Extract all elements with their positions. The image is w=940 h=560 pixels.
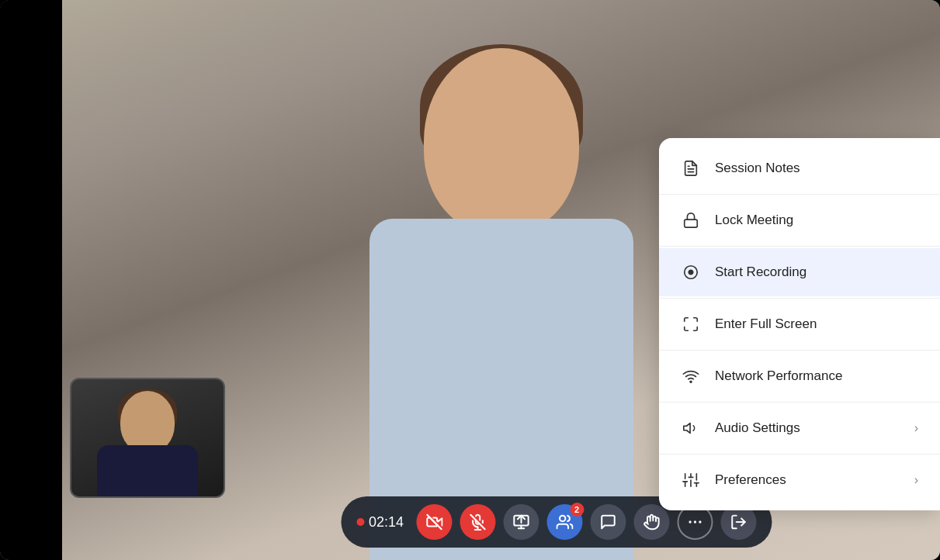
divider-5 (659, 402, 940, 403)
fullscreen-icon (681, 314, 701, 334)
participants-button[interactable]: 2 (546, 504, 582, 540)
toggle-mute-button[interactable] (460, 504, 495, 540)
svg-marker-19 (684, 423, 690, 434)
menu-item-enter-full-screen[interactable]: Enter Full Screen (659, 300, 940, 348)
svg-point-17 (689, 270, 693, 275)
divider-6 (659, 454, 940, 455)
meeting-timer: 02:14 (356, 514, 408, 531)
audio-icon (681, 418, 701, 438)
menu-item-preferences[interactable]: Preferences › (659, 456, 940, 504)
start-recording-label: Start Recording (715, 264, 918, 280)
svg-point-11 (699, 520, 701, 523)
self-view-person (71, 379, 224, 496)
toggle-video-button[interactable] (416, 504, 452, 540)
reactions-button[interactable] (633, 504, 669, 540)
svg-point-18 (690, 381, 692, 382)
network-performance-label: Network Performance (715, 368, 918, 384)
menu-item-start-recording[interactable]: Start Recording (659, 248, 940, 296)
timer-display: 02:14 (369, 514, 404, 531)
participants-badge: 2 (570, 503, 584, 517)
menu-item-network-performance[interactable]: Network Performance (659, 352, 940, 400)
sliders-icon (681, 470, 701, 490)
notes-icon (681, 158, 701, 178)
menu-item-lock-meeting[interactable]: Lock Meeting (659, 196, 940, 244)
preferences-chevron-icon: › (914, 473, 918, 487)
lock-meeting-label: Lock Meeting (715, 213, 918, 228)
wifi-icon (681, 366, 701, 386)
svg-point-10 (693, 520, 695, 523)
lock-icon (681, 210, 701, 230)
left-strip (0, 0, 62, 560)
divider-3 (659, 298, 940, 299)
divider-4 (659, 350, 940, 351)
chat-button[interactable] (590, 504, 626, 540)
self-view-thumbnail[interactable] (70, 378, 225, 498)
divider-1 (659, 194, 940, 195)
svg-point-9 (689, 520, 691, 523)
menu-item-audio-settings[interactable]: Audio Settings › (659, 404, 940, 452)
recording-indicator (356, 518, 364, 526)
svg-point-8 (560, 516, 565, 521)
record-icon (681, 262, 701, 282)
enter-full-screen-label: Enter Full Screen (715, 316, 918, 332)
context-menu: Session Notes Lock Meeting Start Recordi… (659, 138, 940, 510)
preferences-label: Preferences (715, 472, 900, 488)
session-notes-label: Session Notes (715, 161, 918, 176)
audio-settings-label: Audio Settings (715, 420, 900, 436)
audio-settings-chevron-icon: › (914, 421, 918, 435)
main-participant-video (300, 33, 703, 560)
svg-rect-15 (685, 220, 698, 227)
divider-2 (659, 246, 940, 247)
menu-item-session-notes[interactable]: Session Notes (659, 144, 940, 192)
share-screen-button[interactable] (503, 504, 539, 540)
